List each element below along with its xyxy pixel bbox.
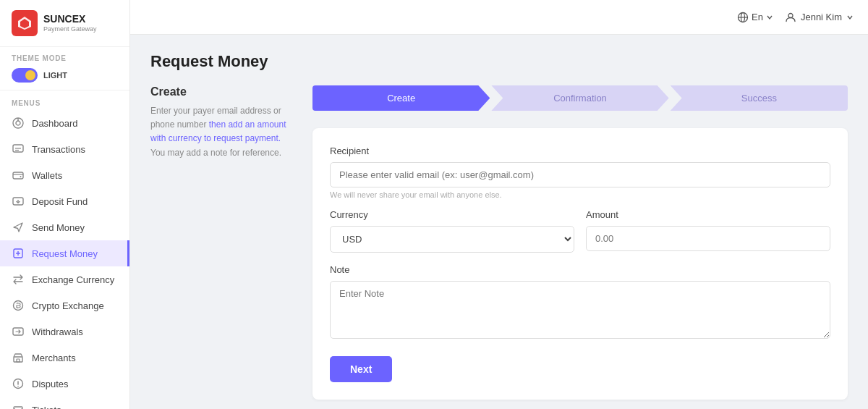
top-bar: En Jenni Kim [130, 0, 868, 35]
svg-point-23 [17, 386, 19, 387]
sidebar-item-tickets[interactable]: Tickets [0, 397, 129, 409]
chevron-down-icon [766, 14, 773, 21]
sidebar-item-disputes[interactable]: Disputes [0, 371, 129, 397]
transactions-icon [12, 143, 25, 156]
note-textarea[interactable] [330, 281, 830, 339]
sidebar-item-label: Wallets [32, 170, 62, 181]
sidebar-nav: Dashboard Transactions Walle [0, 110, 129, 409]
sidebar-item-label: Transactions [32, 144, 85, 155]
crypto-icon [12, 299, 25, 312]
svg-point-3 [16, 121, 20, 125]
sidebar-item-deposit-fund[interactable]: Deposit Fund [0, 188, 129, 214]
language-selector[interactable]: En [737, 12, 773, 23]
send-icon [12, 221, 25, 234]
sidebar-item-exchange-currency[interactable]: Exchange Currency [0, 266, 129, 292]
sidebar-item-label: Merchants [32, 353, 76, 363]
language-label: En [752, 12, 763, 22]
theme-section: THEME MODE LIGHT [0, 47, 129, 90]
sidebar-item-request-money[interactable]: Request Money [0, 240, 129, 266]
user-menu[interactable]: Jenni Kim [785, 12, 854, 23]
desc-highlight: then add an amount with currency to requ… [150, 119, 286, 143]
disputes-icon [12, 377, 25, 390]
sidebar-item-transactions[interactable]: Transactions [0, 136, 129, 162]
theme-mode-label: LIGHT [43, 71, 67, 80]
request-icon [12, 247, 25, 260]
brand-icon [12, 10, 38, 36]
currency-label: Currency [330, 209, 574, 220]
amount-input[interactable] [586, 226, 830, 251]
theme-section-label: THEME MODE [12, 54, 118, 62]
sidebar-item-merchants[interactable]: Merchants [0, 345, 129, 371]
currency-amount-row: Currency USD EUR GBP JPY BTC ETH A [330, 209, 830, 253]
svg-point-27 [788, 13, 793, 17]
sidebar-item-label: Deposit Fund [32, 196, 88, 207]
sidebar-item-label: Exchange Currency [32, 274, 114, 285]
user-chevron-icon [846, 14, 854, 21]
brand-name-block: SUNCEX Payment Gateway [43, 14, 97, 32]
note-section: Note [330, 264, 830, 342]
svg-point-9 [20, 176, 22, 177]
sidebar-item-label: Crypto Exchange [32, 300, 104, 311]
theme-toggle-row: LIGHT [12, 68, 118, 83]
sidebar-item-dashboard[interactable]: Dashboard [0, 110, 129, 136]
recipient-hint: We will never share your email with anyo… [330, 190, 830, 199]
sidebar-item-send-money[interactable]: Send Money [0, 214, 129, 240]
recipient-label: Recipient [330, 146, 830, 156]
step-success: Success [671, 85, 848, 111]
amount-label: Amount [586, 209, 830, 220]
sidebar-item-crypto-exchange[interactable]: Crypto Exchange [0, 292, 129, 319]
brand-tagline: Payment Gateway [43, 25, 97, 33]
sidebar-item-label: Withdrawals [32, 326, 83, 337]
currency-col: Currency USD EUR GBP JPY BTC ETH [330, 209, 574, 253]
withdrawals-icon [12, 325, 25, 338]
step-confirmation: Confirmation [491, 85, 668, 111]
content-area: Create Enter your payer email address or… [150, 85, 848, 400]
wallets-icon [12, 169, 25, 182]
create-title: Create [150, 85, 295, 98]
sidebar-item-label: Disputes [32, 379, 69, 389]
sidebar-item-label: Dashboard [32, 118, 78, 129]
amount-col: Amount [586, 209, 830, 253]
svg-rect-8 [13, 172, 23, 179]
deposit-icon [12, 195, 25, 208]
note-label: Note [330, 264, 830, 275]
menus-label: MENUS [0, 90, 129, 110]
tickets-icon [12, 403, 25, 409]
currency-select[interactable]: USD EUR GBP JPY BTC ETH [330, 226, 574, 253]
logo-area: SUNCEX Payment Gateway [0, 0, 129, 47]
sidebar-item-wallets[interactable]: Wallets [0, 162, 129, 188]
sidebar: SUNCEX Payment Gateway THEME MODE LIGHT … [0, 0, 130, 409]
exchange-icon [12, 273, 25, 286]
theme-toggle[interactable] [12, 68, 38, 83]
create-description: Enter your payer email address or phone … [150, 104, 295, 160]
brand-name: SUNCEX [43, 14, 97, 25]
step-create: Create [312, 85, 490, 111]
left-panel: Create Enter your payer email address or… [150, 85, 295, 400]
globe-icon [737, 12, 749, 23]
next-button[interactable]: Next [330, 356, 392, 382]
dashboard-icon [12, 117, 25, 130]
sidebar-item-withdrawals[interactable]: Withdrawals [0, 319, 129, 345]
right-panel: Create Confirmation Success Recipient We… [312, 85, 848, 400]
recipient-input[interactable] [330, 162, 830, 187]
page-title: Request Money [150, 52, 848, 71]
form-card: Recipient We will never share your email… [312, 128, 848, 400]
user-name: Jenni Kim [801, 12, 842, 22]
sidebar-item-label: Send Money [32, 222, 85, 233]
user-icon [785, 12, 796, 23]
stepper: Create Confirmation Success [312, 85, 848, 111]
main-content: Request Money Create Enter your payer em… [130, 35, 868, 409]
sidebar-item-label: Request Money [32, 248, 98, 259]
merchants-icon [12, 351, 25, 364]
sidebar-item-label: Tickets [32, 405, 61, 410]
